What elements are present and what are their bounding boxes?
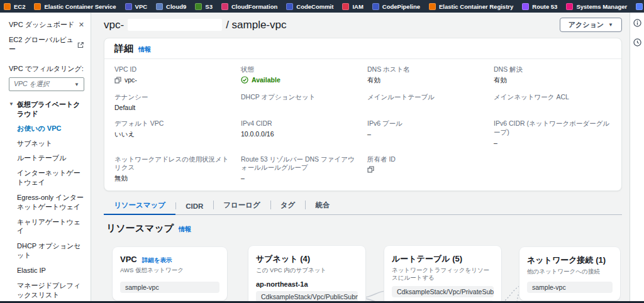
shortcut-ec2[interactable]: EC2: [4, 3, 25, 10]
tab-cidr[interactable]: CIDR: [175, 199, 213, 214]
sidebar-item-dhcp-option-sets[interactable]: DHCP オプションセット: [17, 241, 84, 260]
s3-favicon-icon: [195, 3, 202, 10]
route53-favicon-icon: [522, 3, 529, 10]
field-default-vpc: デフォルト VPC いいえ: [114, 119, 232, 146]
details-panel: 詳細 情報 VPC ID vpc- 状態 Available DNS ホスト名 …: [104, 38, 622, 191]
resource-map-info-link[interactable]: 情報: [179, 225, 191, 234]
check-circle-icon: [241, 76, 248, 84]
network-connections-card: ネットワーク接続 (1) 他のネットワークへの接続 sample-vpc: [519, 247, 620, 300]
codecommit-favicon-icon: [286, 3, 293, 10]
copy-icon[interactable]: [367, 166, 374, 173]
connections-card-subtitle: 他のネットワークへの接続: [527, 268, 613, 275]
field-dhcp-option-set: DHCP オプションセット: [241, 93, 358, 112]
sidebar-item-managed-prefix-lists[interactable]: マネージドプレフィックスリスト: [17, 281, 84, 300]
chevron-down-icon: ▼: [74, 82, 79, 87]
help-side-strip: [630, 13, 644, 303]
resource-map-title: リソースマップ: [106, 223, 174, 234]
field-dns-resolution: DNS 解決 有効: [494, 65, 611, 85]
shortcut-route53[interactable]: Route 53: [522, 3, 557, 10]
codepipeline-favicon-icon: [372, 3, 379, 10]
shortcut-s3[interactable]: S3: [195, 3, 213, 10]
shortcut-vpc[interactable]: VPC: [125, 3, 148, 10]
sidebar-item-egress-only-igw[interactable]: Egress-only インターネットゲートウェイ: [17, 193, 84, 212]
field-ipv4-cidr: IPv4 CIDR 10.0.0.0/16: [241, 119, 358, 146]
vpc-filter-placeholder: VPC を選択: [14, 80, 49, 89]
tab-resource-map[interactable]: リソースマップ: [104, 197, 175, 214]
sidebar-item-your-vpcs[interactable]: お使いの VPC: [17, 124, 84, 133]
sidebar: VPC ダッシュボード ✕ EC2 グローバルビュー VPC でフィルタリング:…: [0, 13, 91, 303]
route-tables-card: ルートテーブル (5) ネットワークトラフィックをリソースにルートする Cdks…: [384, 246, 501, 303]
field-network-address-usage-metrics: ネットワークアドレスの使用状況メトリクス 無効: [114, 155, 232, 183]
sidebar-item-carrier-gateways[interactable]: キャリアゲートウェイ: [17, 218, 84, 236]
cloudformation-favicon-icon: [221, 3, 228, 10]
route-tables-card-subtitle: ネットワークトラフィックをリソースにルートする: [392, 267, 494, 282]
redacted-vpc-id: [128, 19, 222, 31]
connection-chip[interactable]: sample-vpc: [527, 282, 613, 293]
tab-flow-logs[interactable]: フローログ: [213, 197, 270, 214]
details-title: 詳細: [114, 43, 133, 55]
field-main-route-table: メインルートテーブル: [367, 93, 485, 112]
subnets-card-subtitle: この VPC 内のサブネット: [256, 267, 358, 274]
shortcut-cloudformation[interactable]: CloudFormation: [221, 3, 277, 10]
sidebar-item-route-tables[interactable]: ルートテーブル: [17, 153, 84, 163]
vpc-filter-label: VPC でフィルタリング:: [9, 64, 84, 74]
ecs-favicon-icon: [34, 3, 41, 10]
sidebar-item-subnets[interactable]: サブネット: [17, 139, 84, 148]
field-vpc-id: VPC ID vpc-: [114, 65, 232, 85]
sidebar-item-vpc-dashboard[interactable]: VPC ダッシュボード: [9, 20, 74, 30]
page-title: vpc-/ sample-vpc: [104, 19, 287, 31]
field-ipv6-pool: IPv6 プール –: [367, 119, 485, 146]
field-tenancy: テナンシー Default: [114, 93, 232, 112]
cloud9-favicon-icon: [156, 3, 163, 10]
shortcut-dynamodb[interactable]: DynamoDB: [636, 3, 644, 10]
sidebar-item-ec2-global-view[interactable]: EC2 グローバルビュー: [9, 35, 77, 54]
clock-history-icon[interactable]: [633, 38, 641, 47]
info-panel-icon[interactable]: [633, 19, 641, 27]
vpc-card: VPC 詳細を表示 AWS 仮想ネットワーク sample-vpc: [113, 247, 227, 300]
ec2-favicon-icon: [4, 3, 11, 10]
dynamodb-favicon-icon: [636, 3, 643, 10]
az-label: ap-northeast-1a: [256, 280, 358, 288]
shortcut-systems-manager[interactable]: Systems Manager: [566, 3, 627, 10]
vpc-filter-select[interactable]: VPC を選択 ▼: [9, 77, 84, 91]
shortcut-codecommit[interactable]: CodeCommit: [286, 3, 333, 10]
shortcut-cloud9[interactable]: Cloud9: [156, 3, 186, 10]
systems-manager-favicon-icon: [566, 3, 573, 10]
main-content: vpc-/ sample-vpc アクション ▼ 詳細 情報 VPC ID vp…: [91, 13, 630, 303]
field-route53-resolver-dns-firewall: Route 53 リゾルバー DNS ファイアウォールルールグループ –: [241, 155, 358, 183]
tab-tags[interactable]: タグ: [270, 197, 306, 214]
vpc-card-subtitle: AWS 仮想ネットワーク: [120, 267, 219, 274]
subnets-card: サブネット (4) この VPC 内のサブネット ap-northeast-1a…: [248, 246, 365, 303]
tab-integrations[interactable]: 統合: [305, 197, 340, 214]
sidebar-section-vpc: ▼ 仮想プライベートクラウド お使いの VPC サブネット ルートテーブル イン…: [9, 100, 84, 303]
close-icon[interactable]: ✕: [79, 21, 84, 29]
field-dns-hostnames: DNS ホスト名 有効: [367, 65, 485, 85]
sidebar-item-internet-gateways[interactable]: インターネットゲートウェイ: [17, 168, 84, 187]
shortcut-iam[interactable]: IAM: [342, 3, 363, 10]
triangle-down-icon: ▼: [9, 100, 14, 119]
vpc-console-page: EC2 Elastic Container Service VPC Cloud9…: [0, 0, 644, 303]
show-details-link[interactable]: 詳細を表示: [142, 256, 172, 265]
favorites-bar: EC2 Elastic Container Service VPC Cloud9…: [0, 0, 644, 13]
field-ipv6-cidr: IPv6 CIDR (ネットワークボーダーグループ) –: [494, 119, 611, 146]
external-link-icon: [77, 41, 84, 48]
field-owner-id: 所有者 ID: [367, 155, 485, 183]
resource-map-panel: VPC 詳細を表示 AWS 仮想ネットワーク sample-vpc サブネット …: [104, 237, 622, 303]
route-table-chip[interactable]: CdksampleStack/Vpc/PrivateSubnet2: [392, 286, 494, 297]
section-toggle-vpc[interactable]: ▼ 仮想プライベートクラウド: [9, 100, 84, 119]
ecr-favicon-icon: [429, 3, 436, 10]
status-badge: Available: [252, 76, 280, 84]
actions-button[interactable]: アクション ▼: [560, 18, 622, 32]
copy-icon[interactable]: [114, 77, 121, 84]
vpc-chip[interactable]: sample-vpc: [120, 282, 219, 293]
field-main-network-acl: メインネットワーク ACL: [494, 93, 611, 112]
detail-tabs: リソースマップ CIDR フローログ タグ 統合: [104, 197, 622, 215]
vpc-favicon-icon: [125, 3, 132, 10]
sidebar-item-elastic-ip[interactable]: Elastic IP: [17, 266, 84, 275]
iam-favicon-icon: [342, 3, 349, 10]
shortcut-codepipeline[interactable]: CodePipeline: [372, 3, 420, 10]
shortcut-ecs[interactable]: Elastic Container Service: [34, 3, 116, 10]
shortcut-ecr[interactable]: Elastic Container Registry: [429, 3, 513, 10]
field-state: 状態 Available: [241, 65, 358, 85]
details-info-link[interactable]: 情報: [138, 45, 151, 54]
